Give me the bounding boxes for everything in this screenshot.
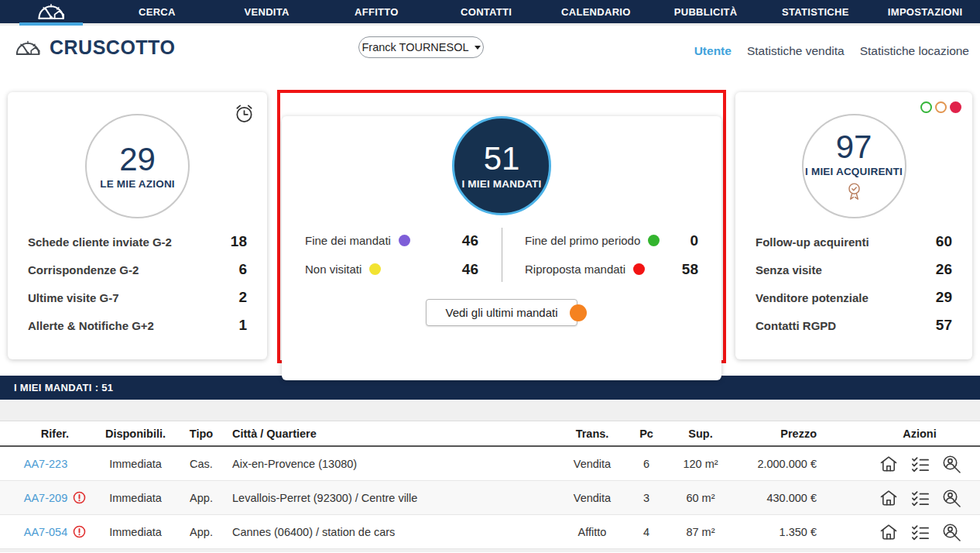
stat-label: Venditore potenziale xyxy=(756,291,869,304)
azioni-count-circle[interactable]: 29 LE MIE AZIONI xyxy=(85,114,190,218)
person-search-icon[interactable] xyxy=(941,454,961,474)
nav-item-pubblicita[interactable]: PUBBLICITÀ xyxy=(651,0,761,23)
user-selector-dropdown[interactable]: Franck TOURNESOL xyxy=(358,36,484,58)
checklist-icon[interactable] xyxy=(910,455,930,472)
purple-dot-icon xyxy=(399,235,410,246)
stat-row-corrispondenze[interactable]: Corrispondenze G-2 6 xyxy=(28,256,247,283)
mandati-button-row: Vedi gli ultimi mandati xyxy=(282,299,721,326)
nav-item-cerca[interactable]: CERCA xyxy=(102,0,212,23)
top-navbar: CERCA VENDITA AFFITTO CONTATTI CALENDARI… xyxy=(0,0,980,26)
stat-row-schede-cliente[interactable]: Schede cliente inviate G-2 18 xyxy=(28,228,247,256)
mandate-ref-link[interactable]: AA7-054 xyxy=(24,526,67,538)
stat-label: Senza visite xyxy=(756,263,822,276)
stat-value: 60 xyxy=(936,233,952,250)
property-house-icon[interactable] xyxy=(879,523,899,541)
checklist-icon[interactable] xyxy=(910,524,930,541)
actions-cell xyxy=(859,454,980,474)
mandate-row[interactable]: AA7-209 Immediata App. Levallois-Perret … xyxy=(0,481,980,515)
actions-cell xyxy=(859,488,980,508)
page-title-text: CRUSCOTTO xyxy=(50,36,175,59)
stat-label: Corrispondenze G-2 xyxy=(28,263,139,276)
stat-row-contatti-rgpd[interactable]: Contatti RGPD 57 xyxy=(756,311,952,339)
mandati-count-circle[interactable]: 51 I MIEI MANDATI xyxy=(452,116,551,215)
nav-item-impostazioni[interactable]: IMPOSTAZIONI xyxy=(870,0,980,23)
azioni-stat-list: Schede cliente inviate G-2 18 Corrispond… xyxy=(8,228,267,339)
mandate-row[interactable]: AA7-054 Immediata App. Cannes (06400) / … xyxy=(0,515,980,549)
stat-value: 6 xyxy=(238,261,247,278)
stat-value: 26 xyxy=(936,261,952,278)
price-cell: 430.000 € xyxy=(735,492,859,504)
stat-row-fine-dei-mandati[interactable]: Fine dei mandati 46 xyxy=(305,226,478,255)
kpi-cards-section: 29 LE MIE AZIONI Schede cliente inviate … xyxy=(0,74,980,376)
mandati-count: 51 xyxy=(484,142,520,176)
mandati-section-title: I MIEI MANDATI : 51 xyxy=(14,382,113,393)
transaction-cell: Vendita xyxy=(557,492,627,504)
nav-item-affitto[interactable]: AFFITTO xyxy=(322,0,432,23)
acquirenti-count-circle[interactable]: 97 I MIEI ACQUIRENTI xyxy=(802,114,906,218)
link-statistiche-vendita[interactable]: Statistiche vendita xyxy=(747,44,845,58)
link-utente[interactable]: Utente xyxy=(694,44,732,58)
stat-row-fine-primo-periodo[interactable]: Fine del primo periodo 0 xyxy=(525,226,698,255)
orange-ring-icon xyxy=(935,101,947,113)
nav-item-vendita[interactable]: VENDITA xyxy=(212,0,322,23)
stats-divider xyxy=(502,228,502,282)
availability-cell: Immediata xyxy=(101,458,170,470)
stat-label: Allerte & Notifiche G+2 xyxy=(28,319,154,332)
caret-down-icon xyxy=(475,46,481,50)
property-house-icon[interactable] xyxy=(879,455,899,473)
stat-value: 29 xyxy=(936,289,952,306)
green-ring-icon xyxy=(920,101,932,113)
rooms-cell: 4 xyxy=(627,526,666,538)
stat-row-senza-visite[interactable]: Senza visite 26 xyxy=(756,256,952,283)
nav-item-calendario[interactable]: CALENDARIO xyxy=(541,0,651,23)
header-rifer: Rifer. xyxy=(0,428,101,440)
page-header: CRUSCOTTO Franck TOURNESOL Utente Statis… xyxy=(0,26,980,74)
rooms-cell: 3 xyxy=(627,492,666,504)
city-cell: Levallois-Perret (92300) / Centre ville xyxy=(232,492,557,504)
card-i-miei-acquirenti: 97 I MIEI ACQUIRENTI Follow-up acquirent… xyxy=(735,92,972,359)
surface-cell: 60 m² xyxy=(666,492,735,504)
type-cell: App. xyxy=(170,492,232,504)
stat-row-ultime-visite[interactable]: Ultime visite G-7 2 xyxy=(28,283,247,311)
alert-exclamation-icon xyxy=(73,491,86,504)
mandate-ref-link[interactable]: AA7-209 xyxy=(24,492,67,504)
surface-cell: 87 m² xyxy=(666,526,735,538)
stat-label: Fine dei mandati xyxy=(305,234,391,247)
availability-cell: Immediata xyxy=(101,526,170,538)
price-cell: 2.000.000 € xyxy=(735,458,859,470)
stat-value: 2 xyxy=(238,289,247,306)
red-dot-icon xyxy=(633,263,645,275)
mandati-title: I MIEI MANDATI xyxy=(461,178,541,190)
header-tipo: Tipo xyxy=(170,428,232,440)
mandate-ref-link[interactable]: AA7-223 xyxy=(24,458,67,470)
user-selector-label: Franck TOURNESOL xyxy=(362,41,468,53)
alert-exclamation-icon xyxy=(73,525,86,538)
gauge-house-logo-icon xyxy=(33,1,69,22)
availability-cell: Immediata xyxy=(101,492,170,504)
stat-row-venditore-potenziale[interactable]: Venditore potenziale 29 xyxy=(756,283,952,311)
table-header-row: Rifer. Disponibili. Tipo Città / Quartie… xyxy=(0,421,980,447)
property-house-icon[interactable] xyxy=(879,489,899,507)
nav-item-contatti[interactable]: CONTATTI xyxy=(431,0,541,23)
mandati-stats: Fine dei mandati 46 Non visitati 46 Fine… xyxy=(282,226,721,283)
mandate-row[interactable]: AA7-223 Immediata Cas. Aix-en-Provence (… xyxy=(0,447,980,481)
nav-item-statistiche[interactable]: STATISTICHE xyxy=(761,0,871,23)
city-cell: Cannes (06400) / station de cars xyxy=(232,526,557,538)
checklist-icon[interactable] xyxy=(910,489,930,507)
dashboard-view-links: Utente Statistiche vendita Statistiche l… xyxy=(694,44,969,58)
home-logo-link[interactable] xyxy=(0,0,102,23)
stat-row-riproposta-mandati[interactable]: Riproposta mandati 58 xyxy=(525,255,698,283)
card-i-miei-mandati: 51 I MIEI MANDATI Fine dei mandati 46 No… xyxy=(282,116,721,380)
gauge-title-icon xyxy=(14,38,42,58)
person-search-icon[interactable] xyxy=(941,522,961,542)
stat-row-allerte-notifiche[interactable]: Allerte & Notifiche G+2 1 xyxy=(28,311,247,339)
vedi-ultimi-mandati-button[interactable]: Vedi gli ultimi mandati xyxy=(426,299,577,326)
header-prezzo: Prezzo xyxy=(735,428,859,440)
header-azioni: Azioni xyxy=(859,428,980,440)
link-statistiche-locazione[interactable]: Statistiche locazione xyxy=(860,44,969,58)
azioni-title: LE MIE AZIONI xyxy=(100,178,175,190)
person-search-icon[interactable] xyxy=(941,488,961,508)
stat-row-non-visitati[interactable]: Non visitati 46 xyxy=(305,255,478,283)
transaction-cell: Vendita xyxy=(557,458,627,470)
stat-row-follow-up[interactable]: Follow-up acquirenti 60 xyxy=(756,228,952,256)
